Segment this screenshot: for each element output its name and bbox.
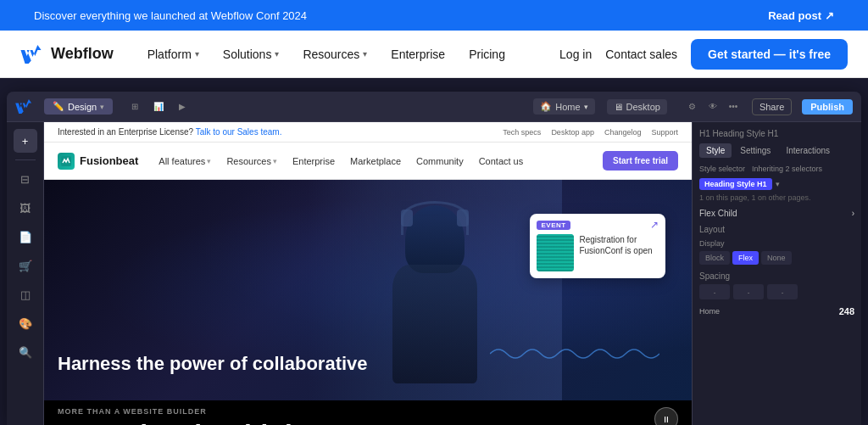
rp-layout-label: Layout	[699, 225, 854, 234]
preview-nav-enterprise[interactable]: Enterprise	[286, 153, 342, 170]
rp-section-label: H1 Heading Style H1	[699, 129, 854, 138]
viewport-selector[interactable]: 🖥 Desktop	[607, 99, 667, 115]
share-button[interactable]: Share	[752, 98, 792, 115]
expand-icon[interactable]: ↗	[650, 219, 659, 231]
more-subtitle: MORE THAN A WEBSITE BUILDER	[58, 407, 309, 416]
preview-big-text: Your site should do	[58, 421, 309, 425]
preview-cta-button[interactable]: Start free trial	[603, 151, 678, 171]
event-card[interactable]: EVENT ↗ Registration for FusionConf is o…	[530, 214, 665, 278]
add-icon[interactable]: +	[14, 129, 37, 153]
rp-heading-badge[interactable]: Heading Style H1	[699, 178, 772, 190]
chart-icon[interactable]: 📊	[150, 98, 167, 115]
preview-logo[interactable]: Fusionbeat	[58, 153, 138, 170]
preview-nav-resources[interactable]: Resources ▾	[220, 153, 284, 170]
webflow-logo-text: Webflow	[51, 45, 114, 63]
rp-btn-none[interactable]: None	[761, 251, 792, 265]
rp-selector-row: Style selector Inheriting 2 selectors	[699, 165, 854, 173]
rp-home-label: Home	[699, 307, 720, 316]
layers-icon[interactable]: ⊟	[14, 167, 37, 191]
waveform	[490, 341, 659, 366]
main-navigation: Webflow Platform ▾ Solutions ▾ Resources…	[0, 31, 868, 78]
nav-pricing[interactable]: Pricing	[459, 42, 515, 66]
spacing-right[interactable]: -	[767, 284, 798, 299]
link-techspecs[interactable]: Tech specs	[503, 128, 541, 137]
rp-btn-flex[interactable]: Flex	[732, 251, 759, 265]
left-panel: + ⊟ 🖼 📄 🛒 ◫ 🎨 🔍	[7, 122, 44, 425]
nav-platform[interactable]: Platform ▾	[137, 42, 209, 66]
webflow-logo[interactable]: Webflow	[20, 45, 114, 64]
preview-nav-contactus[interactable]: Contact us	[472, 153, 531, 170]
hero-text-block: Harness the power of collaborative	[58, 353, 368, 375]
grid-icon[interactable]: ⊞	[126, 98, 143, 115]
preview-nav-community[interactable]: Community	[409, 153, 470, 170]
chevron-down-icon: ▾	[195, 49, 199, 59]
editor-design-tab[interactable]: ✏️ Design ▾	[44, 98, 113, 115]
play-icon[interactable]: ▶	[174, 98, 191, 115]
spacing-left[interactable]: -	[733, 284, 764, 299]
fusionbeat-icon	[58, 153, 75, 170]
spacing-top[interactable]: -	[699, 284, 730, 299]
enterprise-link[interactable]: Talk to our Sales team.	[196, 127, 282, 137]
event-thumb-visual	[537, 234, 574, 271]
styles-icon[interactable]: 🎨	[14, 311, 37, 335]
nav-solutions[interactable]: Solutions ▾	[213, 42, 290, 66]
rp-flex-child-row: Flex Child ›	[699, 209, 854, 218]
announcement-text: Discover everything we launched at Webfl…	[34, 9, 307, 22]
rp-display-row: Block Flex None	[699, 251, 854, 265]
preview-nav-marketplace[interactable]: Marketplace	[343, 153, 408, 170]
event-badge: EVENT	[537, 221, 570, 230]
preview-nav-links: All features ▾ Resources ▾ Enterprise Ma…	[152, 153, 603, 170]
editor-toolbar-icons: ⊞ 📊 ▶	[126, 98, 191, 115]
rp-display-label: Display	[699, 239, 854, 248]
rp-number: 248	[839, 306, 854, 316]
more-icon[interactable]: •••	[725, 98, 742, 115]
components-icon[interactable]: ◫	[14, 282, 37, 306]
rp-spacing-row: - - -	[699, 284, 854, 299]
assets-icon[interactable]: 🖼	[14, 196, 37, 220]
rp-tab-settings[interactable]: Settings	[733, 143, 777, 158]
rp-tab-interactions[interactable]: Interactions	[779, 143, 837, 158]
chevron-icon: ▾	[776, 180, 780, 188]
settings-icon[interactable]: ⚙	[684, 98, 701, 115]
nav-right: Log in Contact sales Get started — it's …	[559, 39, 848, 70]
editor-top-right-links: ⚙ 👁 ••• Share Publish	[684, 98, 853, 115]
canvas-area: ✏️ Design ▾ ⊞ 📊 ▶ 🏠 Home ▾ 🖥 Desktop	[0, 78, 868, 425]
rp-spacing-label: Spacing	[699, 271, 854, 281]
event-card-body: Registration for FusionConf is open	[530, 234, 665, 278]
divider	[15, 159, 36, 160]
rp-tabs: Style Settings Interactions	[699, 143, 854, 158]
desktop-icon: 🖥	[614, 102, 623, 112]
nav-contact-sales[interactable]: Contact sales	[605, 48, 677, 61]
nav-links: Platform ▾ Solutions ▾ Resources ▾ Enter…	[137, 42, 559, 66]
preview-nav: Fusionbeat All features ▾ Resources ▾ En…	[44, 143, 692, 180]
nav-enterprise[interactable]: Enterprise	[381, 42, 455, 66]
event-thumbnail	[537, 234, 574, 271]
right-panel: H1 Heading Style H1 Style Settings Inter…	[692, 122, 861, 425]
cms-icon[interactable]: 📄	[14, 225, 37, 249]
rp-btn-block[interactable]: Block	[699, 251, 730, 265]
rp-tab-style[interactable]: Style	[699, 143, 732, 158]
publish-button[interactable]: Publish	[802, 99, 853, 115]
nav-login[interactable]: Log in	[559, 48, 592, 61]
editor-right-icons: ⚙ 👁 •••	[684, 98, 742, 115]
link-changelog[interactable]: Changelog	[604, 128, 642, 137]
nav-resources[interactable]: Resources ▾	[292, 42, 377, 66]
preview-enterprise-bar: Interested in an Enterprise License? Tal…	[44, 122, 692, 143]
seo-icon[interactable]: 🔍	[14, 340, 37, 364]
link-support[interactable]: Support	[651, 128, 678, 137]
rp-note: 1 on this page, 1 on other pages.	[699, 193, 854, 202]
play-pause-button[interactable]: ⏸	[654, 407, 678, 425]
announcement-cta[interactable]: Read post ↗	[768, 9, 834, 22]
event-description: Registration for FusionConf is open	[579, 234, 659, 271]
preview-nav-allfeatures[interactable]: All features ▾	[152, 153, 218, 170]
design-icon: ✏️	[53, 101, 64, 112]
event-card-header: EVENT ↗	[530, 214, 665, 234]
page-selector[interactable]: 🏠 Home ▾	[533, 98, 594, 115]
get-started-button[interactable]: Get started — it's free	[691, 39, 848, 70]
link-desktopapp[interactable]: Desktop app	[551, 128, 594, 137]
eye-icon[interactable]: 👁	[704, 98, 721, 115]
ecommerce-icon[interactable]: 🛒	[14, 254, 37, 277]
more-section: MORE THAN A WEBSITE BUILDER Your site sh…	[44, 400, 692, 425]
dropdown-icon: ▾	[100, 103, 104, 111]
hero-heading: Harness the power of collaborative	[58, 353, 368, 375]
